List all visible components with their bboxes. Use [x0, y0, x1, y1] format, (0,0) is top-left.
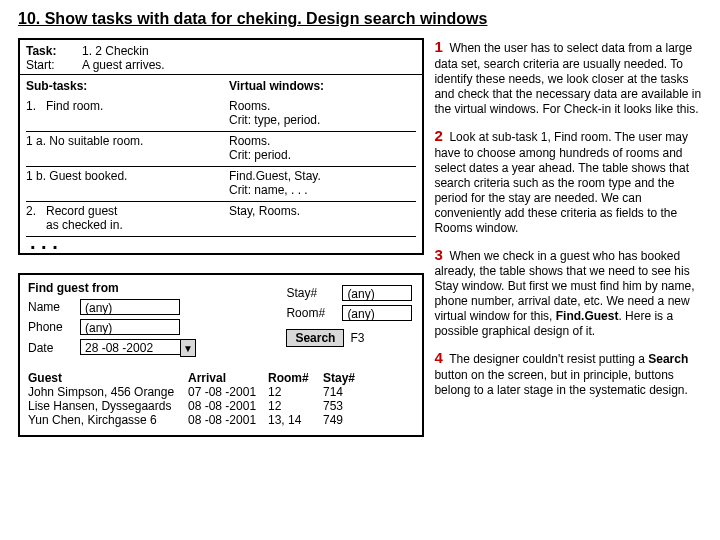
table-cell: 12 — [268, 399, 323, 413]
num-2: 2 — [434, 127, 442, 144]
table-cell: Lise Hansen, Dyssegaards — [28, 399, 188, 413]
table-cell: John Simpson, 456 Orange — [28, 385, 188, 399]
find-guest-window: Find guest from Name (any) Phone (any) D… — [18, 273, 424, 437]
room-field[interactable]: (any) — [342, 305, 412, 321]
table-cell: 12 — [268, 385, 323, 399]
table-cell: Yun Chen, Kirchgasse 6 — [28, 413, 188, 427]
room-label: Room# — [286, 306, 342, 320]
task-value: 1. 2 Checkin — [82, 44, 165, 58]
col-stay: Stay# — [323, 371, 378, 385]
col-arrival: Arrival — [188, 371, 268, 385]
name-field[interactable]: (any) — [80, 299, 180, 315]
find-guest-title: Find guest from — [28, 281, 286, 295]
task-label: Task: — [26, 44, 82, 58]
task-table: Task: Start: 1. 2 Checkin A guest arrive… — [18, 38, 424, 255]
table-cell: 749 — [323, 413, 378, 427]
subtask-left: 1 a. No suitable room. — [26, 132, 229, 167]
stay-label: Stay# — [286, 286, 342, 300]
para-4: 4 The designer couldn't resist putting a… — [434, 349, 702, 398]
name-label: Name — [28, 300, 80, 314]
subtask-left: 1 b. Guest booked. — [26, 167, 229, 202]
result-table: Guest Arrival Room# Stay# John Simpson, … — [28, 371, 414, 427]
search-button[interactable]: Search — [286, 329, 344, 347]
para-3: 3 When we check in a guest who has booke… — [434, 246, 702, 340]
chevron-down-icon[interactable]: ▼ — [180, 339, 196, 357]
subtask-left: 1. Find room. — [26, 97, 229, 132]
subtask-right: Stay, Rooms. — [229, 202, 416, 237]
subtask-right: Rooms. Crit: type, period. — [229, 97, 416, 132]
subtask-right: Rooms. Crit: period. — [229, 132, 416, 167]
date-dropdown[interactable]: 28 -08 -2002 ▼ — [80, 339, 196, 357]
ellipsis: . . . — [26, 237, 229, 250]
date-label: Date — [28, 341, 80, 355]
num-4: 4 — [434, 349, 442, 366]
date-field[interactable]: 28 -08 -2002 — [80, 339, 180, 355]
page-title: 10. Show tasks with data for cheking. De… — [18, 10, 702, 28]
col-guest: Guest — [28, 371, 188, 385]
search-key-hint: F3 — [350, 331, 364, 345]
num-3: 3 — [434, 246, 442, 263]
table-cell: 08 -08 -2001 — [188, 399, 268, 413]
phone-field[interactable]: (any) — [80, 319, 180, 335]
para-2: 2 Look at sub-task 1, Find room. The use… — [434, 127, 702, 236]
table-cell: 13, 14 — [268, 413, 323, 427]
start-label: Start: — [26, 58, 82, 72]
start-value: A guest arrives. — [82, 58, 165, 72]
table-cell: 07 -08 -2001 — [188, 385, 268, 399]
subtask-right: Find.Guest, Stay. Crit: name, . . . — [229, 167, 416, 202]
table-cell: 714 — [323, 385, 378, 399]
para-1: 1 When the user has to select data from … — [434, 38, 702, 117]
virtual-header: Virtual windows: — [229, 77, 416, 97]
num-1: 1 — [434, 38, 442, 55]
col-room: Room# — [268, 371, 323, 385]
table-cell: 08 -08 -2001 — [188, 413, 268, 427]
phone-label: Phone — [28, 320, 80, 334]
table-cell: 753 — [323, 399, 378, 413]
subtasks-header: Sub-tasks: — [26, 77, 229, 97]
stay-field[interactable]: (any) — [342, 285, 412, 301]
